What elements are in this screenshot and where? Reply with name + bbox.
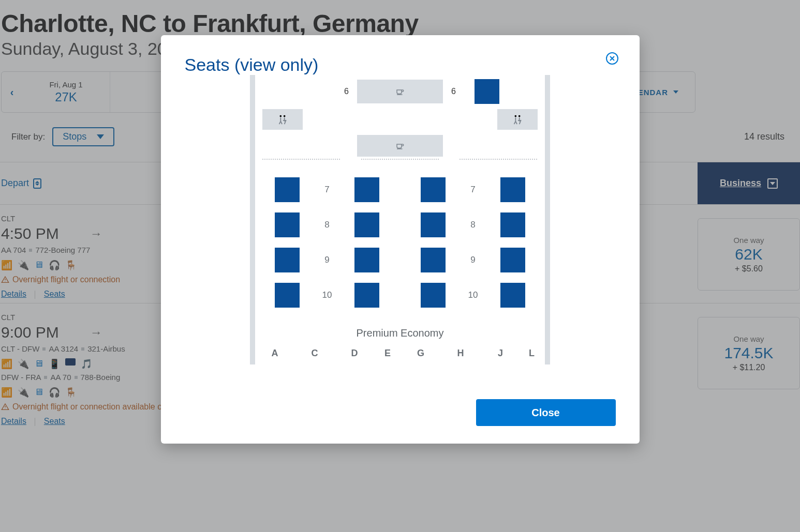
svg-point-2 — [284, 115, 286, 117]
seat-unavailable — [421, 248, 446, 272]
row-number: 9 — [320, 255, 334, 265]
seat-unavailable — [500, 283, 525, 308]
modal-overlay[interactable]: Seats (view only) 6 6 — [0, 0, 800, 532]
seat-unavailable — [500, 177, 525, 202]
close-button[interactable]: Close — [476, 399, 616, 426]
close-icon[interactable] — [605, 52, 619, 65]
lavatory-icon — [262, 109, 303, 130]
seat-unavailable — [275, 212, 300, 237]
modal-title: Seats (view only) — [185, 55, 616, 75]
seat-map: 6 6 — [185, 75, 616, 393]
seat-unavailable — [354, 248, 379, 272]
row-number: 10 — [466, 290, 480, 300]
seat-unavailable — [421, 177, 446, 202]
seat-row-6: 6 6 — [262, 79, 538, 104]
galley-icon — [357, 135, 443, 157]
col-letter: C — [308, 348, 321, 359]
col-letter: H — [454, 348, 467, 359]
lavatory-icon — [497, 109, 538, 130]
galley-icon — [357, 80, 443, 103]
seat-map-modal: Seats (view only) 6 6 — [161, 35, 640, 444]
lavatory-row — [262, 109, 538, 130]
row-number: 9 — [466, 255, 480, 265]
seat-unavailable — [275, 283, 300, 308]
seat-unavailable — [421, 212, 446, 237]
seat-unavailable — [500, 212, 525, 237]
seat-row: 10 10 — [262, 283, 538, 308]
col-letter: G — [408, 348, 433, 359]
seat-unavailable — [500, 248, 525, 272]
row-number: 8 — [466, 220, 480, 230]
seat-unavailable — [354, 212, 379, 237]
row-number: 8 — [320, 220, 334, 230]
col-letter: A — [262, 348, 287, 359]
column-letters: A C D E G H J — [262, 348, 538, 359]
cabin-label: Premium Economy — [250, 327, 550, 339]
row-number: 6 — [451, 87, 456, 96]
row-number: 6 — [344, 87, 349, 96]
seat-unavailable — [475, 79, 499, 104]
bulkhead — [262, 159, 538, 160]
seat-row: 8 8 — [262, 212, 538, 237]
premium-economy-rows: 7 7 8 — [262, 177, 538, 308]
seat-unavailable — [354, 283, 379, 308]
col-letter: L — [529, 348, 535, 359]
fuselage-wall — [545, 75, 550, 364]
col-letter: J — [488, 348, 513, 359]
row-number: 7 — [320, 185, 334, 195]
row-number: 10 — [320, 290, 334, 300]
svg-point-1 — [280, 115, 282, 117]
seat-unavailable — [421, 283, 446, 308]
seat-unavailable — [275, 177, 300, 202]
col-letter: D — [342, 348, 367, 359]
svg-point-4 — [518, 115, 521, 117]
seat-unavailable — [354, 177, 379, 202]
seat-unavailable — [275, 248, 300, 272]
seat-row: 7 7 — [262, 177, 538, 202]
seat-row: 9 9 — [262, 248, 538, 272]
svg-point-3 — [515, 115, 517, 117]
row-number: 7 — [466, 185, 480, 195]
col-letter: E — [375, 348, 400, 359]
fuselage-wall — [250, 75, 255, 364]
